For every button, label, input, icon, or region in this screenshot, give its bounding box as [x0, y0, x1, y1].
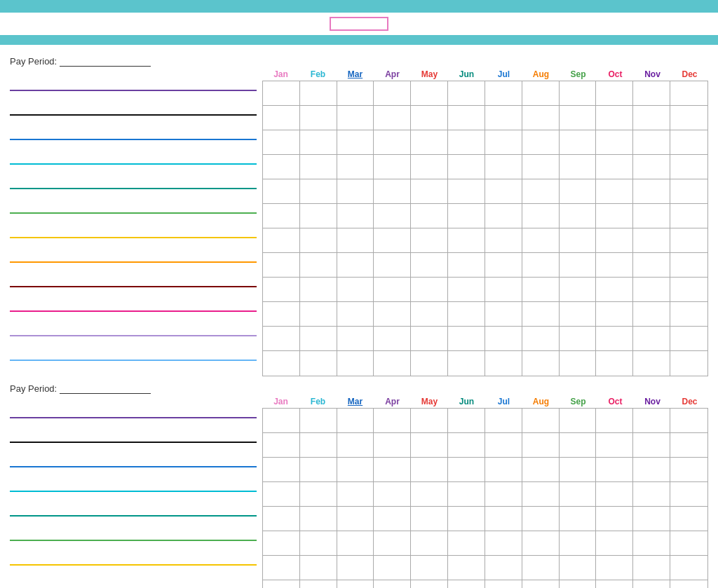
grid-cell[interactable]	[263, 458, 300, 482]
grid-cell[interactable]	[596, 531, 633, 556]
grid-cell[interactable]	[337, 204, 374, 228]
grid-cell[interactable]	[485, 531, 522, 556]
grid-cell[interactable]	[374, 531, 411, 556]
grid-cell[interactable]	[485, 81, 522, 106]
grid-cell[interactable]	[633, 580, 670, 588]
grid-cell[interactable]	[485, 556, 522, 580]
grid-cell[interactable]	[596, 228, 633, 253]
grid-cell[interactable]	[411, 351, 448, 376]
grid-cell[interactable]	[633, 327, 670, 351]
grid-cell[interactable]	[596, 409, 633, 433]
grid-cell[interactable]	[596, 179, 633, 204]
grid-cell[interactable]	[633, 106, 670, 130]
grid-cell[interactable]	[522, 204, 560, 228]
grid-cell[interactable]	[485, 204, 522, 228]
grid-cell[interactable]	[337, 106, 374, 130]
grid-cell[interactable]	[411, 228, 448, 253]
grid-cell[interactable]	[448, 106, 485, 130]
grid-cell[interactable]	[374, 507, 411, 531]
grid-cell[interactable]	[522, 507, 560, 531]
grid-cell[interactable]	[263, 327, 300, 351]
grid-cell[interactable]	[300, 204, 337, 228]
grid-cell[interactable]	[485, 507, 522, 531]
grid-cell[interactable]	[633, 179, 670, 204]
grid-cell[interactable]	[485, 106, 522, 130]
grid-cell[interactable]	[522, 106, 560, 130]
grid-cell[interactable]	[560, 482, 597, 507]
grid-cell[interactable]	[411, 507, 448, 531]
grid-cell[interactable]	[596, 482, 633, 507]
grid-cell[interactable]	[485, 253, 522, 278]
grid-cell[interactable]	[633, 409, 670, 433]
grid-cell[interactable]	[596, 327, 633, 351]
grid-cell[interactable]	[374, 458, 411, 482]
grid-cell[interactable]	[300, 106, 337, 130]
pay-period-input-line[interactable]	[60, 384, 151, 394]
grid-cell[interactable]	[560, 531, 597, 556]
grid-cell[interactable]	[522, 580, 560, 588]
grid-cell[interactable]	[560, 351, 597, 376]
grid-cell[interactable]	[448, 81, 485, 106]
grid-cell[interactable]	[633, 130, 670, 155]
grid-cell[interactable]	[337, 155, 374, 179]
grid-cell[interactable]	[670, 204, 707, 228]
grid-cell[interactable]	[596, 278, 633, 302]
grid-cell[interactable]	[411, 433, 448, 458]
grid-cell[interactable]	[560, 409, 597, 433]
grid-cell[interactable]	[374, 278, 411, 302]
grid-cell[interactable]	[560, 327, 597, 351]
grid-cell[interactable]	[633, 253, 670, 278]
grid-cell[interactable]	[263, 556, 300, 580]
grid-cell[interactable]	[522, 302, 560, 327]
grid-cell[interactable]	[522, 409, 560, 433]
grid-cell[interactable]	[448, 302, 485, 327]
grid-cell[interactable]	[300, 580, 337, 588]
grid-cell[interactable]	[633, 556, 670, 580]
grid-cell[interactable]	[485, 155, 522, 179]
grid-cell[interactable]	[560, 204, 597, 228]
grid-cell[interactable]	[596, 155, 633, 179]
grid-cell[interactable]	[633, 433, 670, 458]
grid-cell[interactable]	[411, 302, 448, 327]
grid-cell[interactable]	[670, 179, 707, 204]
grid-cell[interactable]	[263, 482, 300, 507]
grid-cell[interactable]	[300, 351, 337, 376]
grid-cell[interactable]	[522, 278, 560, 302]
grid-cell[interactable]	[633, 458, 670, 482]
grid-cell[interactable]	[670, 433, 707, 458]
grid-cell[interactable]	[374, 351, 411, 376]
grid-cell[interactable]	[522, 531, 560, 556]
grid-cell[interactable]	[485, 458, 522, 482]
grid-cell[interactable]	[560, 433, 597, 458]
grid-cell[interactable]	[337, 81, 374, 106]
grid-cell[interactable]	[337, 253, 374, 278]
grid-cell[interactable]	[374, 155, 411, 179]
grid-cell[interactable]	[485, 433, 522, 458]
grid-cell[interactable]	[522, 351, 560, 376]
grid-cell[interactable]	[337, 482, 374, 507]
grid-cell[interactable]	[633, 204, 670, 228]
grid-cell[interactable]	[448, 458, 485, 482]
grid-cell[interactable]	[300, 130, 337, 155]
grid-cell[interactable]	[670, 302, 707, 327]
grid-cell[interactable]	[263, 253, 300, 278]
grid-cell[interactable]	[263, 179, 300, 204]
grid-cell[interactable]	[448, 433, 485, 458]
grid-cell[interactable]	[596, 130, 633, 155]
grid-cell[interactable]	[522, 228, 560, 253]
grid-cell[interactable]	[263, 409, 300, 433]
grid-cell[interactable]	[560, 507, 597, 531]
grid-cell[interactable]	[560, 580, 597, 588]
grid-cell[interactable]	[448, 531, 485, 556]
grid-cell[interactable]	[448, 580, 485, 588]
grid-cell[interactable]	[485, 409, 522, 433]
grid-cell[interactable]	[300, 179, 337, 204]
grid-cell[interactable]	[633, 351, 670, 376]
grid-cell[interactable]	[633, 507, 670, 531]
grid-cell[interactable]	[374, 130, 411, 155]
grid-cell[interactable]	[670, 580, 707, 588]
grid-cell[interactable]	[374, 327, 411, 351]
grid-cell[interactable]	[263, 507, 300, 531]
grid-cell[interactable]	[670, 482, 707, 507]
grid-cell[interactable]	[560, 556, 597, 580]
